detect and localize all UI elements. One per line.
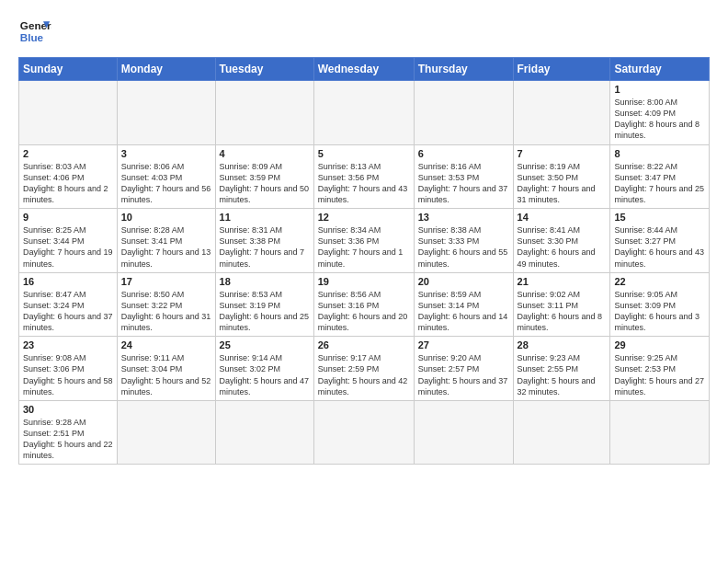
day-info: Sunrise: 8:56 AM Sunset: 3:16 PM Dayligh… — [318, 289, 410, 334]
day-info: Sunrise: 8:25 AM Sunset: 3:44 PM Dayligh… — [23, 224, 113, 270]
calendar-cell: 13Sunrise: 8:38 AM Sunset: 3:33 PM Dayli… — [414, 209, 513, 273]
day-number: 5 — [318, 148, 410, 159]
day-number: 10 — [121, 212, 211, 223]
calendar-cell: 9Sunrise: 8:25 AM Sunset: 3:44 PM Daylig… — [19, 209, 118, 273]
day-number: 19 — [318, 276, 410, 287]
day-info: Sunrise: 8:03 AM Sunset: 4:06 PM Dayligh… — [23, 161, 113, 206]
weekday-header-sunday: Sunday — [19, 58, 118, 81]
calendar-week-row: 1Sunrise: 8:00 AM Sunset: 4:09 PM Daylig… — [19, 81, 710, 145]
day-number: 6 — [418, 148, 509, 159]
calendar-table: SundayMondayTuesdayWednesdayThursdayFrid… — [18, 57, 710, 465]
day-info: Sunrise: 8:16 AM Sunset: 3:53 PM Dayligh… — [418, 161, 509, 206]
calendar-cell: 21Sunrise: 9:02 AM Sunset: 3:11 PM Dayli… — [513, 272, 610, 337]
day-info: Sunrise: 9:02 AM Sunset: 3:11 PM Dayligh… — [518, 289, 607, 334]
header: General Blue — [18, 15, 710, 48]
calendar-cell: 15Sunrise: 8:44 AM Sunset: 3:27 PM Dayli… — [610, 209, 710, 273]
calendar-cell: 24Sunrise: 9:11 AM Sunset: 3:04 PM Dayli… — [117, 337, 215, 401]
day-info: Sunrise: 8:31 AM Sunset: 3:38 PM Dayligh… — [220, 224, 310, 270]
day-number: 1 — [614, 84, 705, 95]
calendar-week-row: 23Sunrise: 9:08 AM Sunset: 3:06 PM Dayli… — [19, 337, 710, 401]
weekday-header-tuesday: Tuesday — [215, 58, 313, 81]
calendar-cell: 14Sunrise: 8:41 AM Sunset: 3:30 PM Dayli… — [513, 209, 610, 273]
page: General Blue SundayMondayTuesdayWednesda… — [0, 0, 728, 563]
calendar-cell — [513, 81, 610, 145]
calendar-cell: 30Sunrise: 9:28 AM Sunset: 2:51 PM Dayli… — [19, 400, 118, 465]
day-number: 14 — [518, 212, 607, 223]
day-number: 9 — [23, 212, 113, 223]
day-info: Sunrise: 9:23 AM Sunset: 2:55 PM Dayligh… — [518, 352, 607, 397]
day-info: Sunrise: 9:25 AM Sunset: 2:53 PM Dayligh… — [614, 352, 705, 397]
day-info: Sunrise: 9:14 AM Sunset: 3:02 PM Dayligh… — [220, 352, 310, 397]
calendar-cell: 23Sunrise: 9:08 AM Sunset: 3:06 PM Dayli… — [19, 337, 118, 401]
day-info: Sunrise: 8:34 AM Sunset: 3:36 PM Dayligh… — [318, 224, 410, 270]
day-number: 12 — [318, 212, 410, 223]
day-number: 17 — [121, 276, 211, 287]
calendar-week-row: 16Sunrise: 8:47 AM Sunset: 3:24 PM Dayli… — [19, 272, 710, 337]
calendar-cell: 19Sunrise: 8:56 AM Sunset: 3:16 PM Dayli… — [313, 272, 414, 337]
weekday-header-friday: Friday — [513, 58, 610, 81]
day-info: Sunrise: 8:09 AM Sunset: 3:59 PM Dayligh… — [220, 161, 310, 206]
day-number: 26 — [318, 339, 410, 350]
day-number: 23 — [23, 339, 113, 350]
day-number: 27 — [418, 339, 509, 350]
calendar-cell — [313, 81, 414, 145]
calendar-cell — [215, 400, 313, 465]
day-number: 15 — [614, 212, 705, 223]
calendar-cell — [117, 81, 215, 145]
day-number: 28 — [518, 339, 607, 350]
svg-text:Blue: Blue — [20, 31, 44, 43]
calendar-cell: 10Sunrise: 8:28 AM Sunset: 3:41 PM Dayli… — [117, 209, 215, 273]
day-number: 30 — [23, 404, 113, 415]
day-info: Sunrise: 8:38 AM Sunset: 3:33 PM Dayligh… — [418, 224, 509, 270]
day-info: Sunrise: 9:28 AM Sunset: 2:51 PM Dayligh… — [23, 417, 113, 462]
calendar-cell: 26Sunrise: 9:17 AM Sunset: 2:59 PM Dayli… — [313, 337, 414, 401]
day-info: Sunrise: 8:41 AM Sunset: 3:30 PM Dayligh… — [518, 224, 607, 270]
calendar-cell: 1Sunrise: 8:00 AM Sunset: 4:09 PM Daylig… — [610, 81, 710, 145]
calendar-cell — [313, 400, 414, 465]
calendar-cell — [19, 81, 118, 145]
day-info: Sunrise: 8:59 AM Sunset: 3:14 PM Dayligh… — [418, 289, 509, 334]
calendar-cell: 3Sunrise: 8:06 AM Sunset: 4:03 PM Daylig… — [117, 144, 215, 209]
day-info: Sunrise: 8:53 AM Sunset: 3:19 PM Dayligh… — [220, 289, 310, 334]
day-number: 4 — [220, 148, 310, 159]
day-info: Sunrise: 8:50 AM Sunset: 3:22 PM Dayligh… — [121, 289, 211, 334]
day-info: Sunrise: 8:19 AM Sunset: 3:50 PM Dayligh… — [518, 161, 607, 206]
calendar-cell — [414, 81, 513, 145]
generalblue-icon: General Blue — [18, 15, 51, 48]
day-info: Sunrise: 8:44 AM Sunset: 3:27 PM Dayligh… — [614, 224, 705, 270]
calendar-cell: 18Sunrise: 8:53 AM Sunset: 3:19 PM Dayli… — [215, 272, 313, 337]
day-info: Sunrise: 9:20 AM Sunset: 2:57 PM Dayligh… — [418, 352, 509, 397]
calendar-cell: 12Sunrise: 8:34 AM Sunset: 3:36 PM Dayli… — [313, 209, 414, 273]
weekday-header-monday: Monday — [117, 58, 215, 81]
day-info: Sunrise: 9:05 AM Sunset: 3:09 PM Dayligh… — [614, 289, 705, 334]
calendar-week-row: 9Sunrise: 8:25 AM Sunset: 3:44 PM Daylig… — [19, 209, 710, 273]
day-number: 3 — [121, 148, 211, 159]
day-info: Sunrise: 8:06 AM Sunset: 4:03 PM Dayligh… — [121, 161, 211, 206]
calendar-cell: 5Sunrise: 8:13 AM Sunset: 3:56 PM Daylig… — [313, 144, 414, 209]
calendar-cell: 28Sunrise: 9:23 AM Sunset: 2:55 PM Dayli… — [513, 337, 610, 401]
calendar-week-row: 30Sunrise: 9:28 AM Sunset: 2:51 PM Dayli… — [19, 400, 710, 465]
weekday-header-thursday: Thursday — [414, 58, 513, 81]
calendar-cell: 4Sunrise: 8:09 AM Sunset: 3:59 PM Daylig… — [215, 144, 313, 209]
calendar-cell — [610, 400, 710, 465]
calendar-cell: 22Sunrise: 9:05 AM Sunset: 3:09 PM Dayli… — [610, 272, 710, 337]
day-number: 13 — [418, 212, 509, 223]
calendar-cell: 7Sunrise: 8:19 AM Sunset: 3:50 PM Daylig… — [513, 144, 610, 209]
day-number: 2 — [23, 148, 113, 159]
day-info: Sunrise: 9:08 AM Sunset: 3:06 PM Dayligh… — [23, 352, 113, 397]
calendar-cell: 16Sunrise: 8:47 AM Sunset: 3:24 PM Dayli… — [19, 272, 118, 337]
weekday-header-saturday: Saturday — [610, 58, 710, 81]
calendar-cell: 6Sunrise: 8:16 AM Sunset: 3:53 PM Daylig… — [414, 144, 513, 209]
day-info: Sunrise: 9:11 AM Sunset: 3:04 PM Dayligh… — [121, 352, 211, 397]
day-info: Sunrise: 9:17 AM Sunset: 2:59 PM Dayligh… — [318, 352, 410, 397]
calendar-cell: 2Sunrise: 8:03 AM Sunset: 4:06 PM Daylig… — [19, 144, 118, 209]
calendar-cell — [513, 400, 610, 465]
day-number: 29 — [614, 339, 705, 350]
day-info: Sunrise: 8:22 AM Sunset: 3:47 PM Dayligh… — [614, 161, 705, 206]
day-info: Sunrise: 8:13 AM Sunset: 3:56 PM Dayligh… — [318, 161, 410, 206]
day-info: Sunrise: 8:28 AM Sunset: 3:41 PM Dayligh… — [121, 224, 211, 270]
calendar-cell: 27Sunrise: 9:20 AM Sunset: 2:57 PM Dayli… — [414, 337, 513, 401]
calendar-cell: 17Sunrise: 8:50 AM Sunset: 3:22 PM Dayli… — [117, 272, 215, 337]
day-number: 25 — [220, 339, 310, 350]
calendar-cell: 20Sunrise: 8:59 AM Sunset: 3:14 PM Dayli… — [414, 272, 513, 337]
